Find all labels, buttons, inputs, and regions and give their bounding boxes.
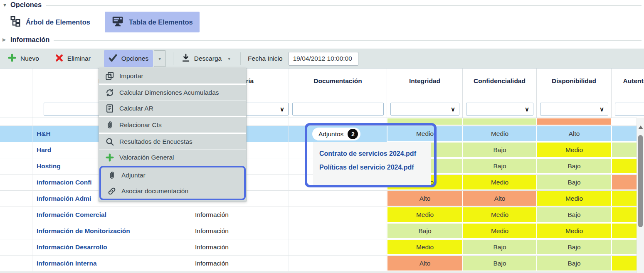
confidentiality-level-cell: Bajo bbox=[463, 142, 537, 158]
chevron-down-icon: ∨ bbox=[600, 106, 604, 112]
integrity-level-cell: Medio bbox=[387, 207, 463, 223]
availability-level-cell: Alto bbox=[537, 126, 612, 142]
row-select-cell bbox=[0, 191, 32, 207]
attachments-count-badge: 2 bbox=[348, 129, 358, 139]
section-rule bbox=[46, 5, 642, 6]
check-icon bbox=[108, 53, 118, 64]
menu-item-importar[interactable]: Importar bbox=[99, 68, 246, 84]
chevron-down-icon: ∨ bbox=[451, 106, 455, 112]
collapse-down-icon[interactable]: ▼ bbox=[2, 2, 9, 7]
element-name-link[interactable]: Información de Monitorización bbox=[32, 223, 189, 239]
delete-button[interactable]: Eliminar bbox=[51, 50, 95, 67]
link-icon bbox=[106, 187, 117, 196]
filter-confidentiality-select[interactable]: ∨ bbox=[466, 103, 533, 116]
menu-item-label: Relacionar CIs bbox=[119, 121, 162, 129]
element-name-link[interactable]: Información Comercial bbox=[32, 207, 189, 223]
table-row[interactable]: Información de MonitorizaciónInformación… bbox=[0, 223, 644, 239]
table-row[interactable]: Información DesarrolloInformaciónMedioBa… bbox=[0, 239, 644, 256]
header-availability[interactable]: Disponibilidad bbox=[537, 69, 612, 100]
filter-availability-select[interactable]: ∨ bbox=[540, 103, 608, 116]
availability-level-cell: Bajo bbox=[537, 158, 612, 174]
menu-item-label: Calcular Dimensiones Acumuladas bbox=[119, 89, 219, 96]
menu-item-relacionar-cis[interactable]: Relacionar CIs bbox=[99, 117, 246, 133]
category-cell: Información bbox=[189, 239, 289, 255]
search-icon bbox=[104, 137, 115, 146]
vertical-scrollbar[interactable] bbox=[637, 118, 644, 273]
documentation-cell bbox=[289, 223, 387, 239]
plus-icon bbox=[7, 53, 17, 64]
menu-item-asociar-documentaci-n[interactable]: Asociar documentación bbox=[101, 183, 244, 199]
menu-group: Relacionar CIs bbox=[99, 117, 246, 134]
documentation-cell bbox=[289, 191, 387, 207]
filter-authenticity-input[interactable] bbox=[615, 103, 644, 116]
document-icon bbox=[104, 104, 115, 113]
tree-view-button[interactable]: Árbol de Elementos bbox=[3, 12, 97, 32]
menu-item-calcular-dimensiones-acumuladas[interactable]: Calcular Dimensiones Acumuladas bbox=[99, 85, 246, 100]
confidentiality-level-cell: Alto bbox=[463, 191, 537, 207]
table-row[interactable]: Información AdmiAltoAltoMedio bbox=[0, 191, 644, 207]
attachments-popup: Adjuntos 2 Contrato de servicios 2024.pd… bbox=[305, 123, 437, 187]
filter-documentation-input[interactable] bbox=[292, 103, 384, 116]
confidentiality-level-cell: Bajo bbox=[463, 239, 537, 255]
header-documentation[interactable]: Documentación bbox=[289, 69, 387, 100]
row-select-cell bbox=[0, 118, 32, 125]
row-select-cell bbox=[0, 175, 32, 190]
menu-item-valoraci-n-general[interactable]: Valoración General bbox=[99, 149, 246, 165]
availability-level-cell: Bajo bbox=[537, 175, 612, 190]
options-button[interactable]: Opciones bbox=[104, 50, 153, 67]
tree-icon bbox=[10, 16, 21, 28]
import-icon bbox=[104, 71, 115, 81]
filter-integrity-select[interactable]: ∨ bbox=[390, 103, 459, 116]
menu-item-resultados-de-encuestas[interactable]: Resultados de Encuestas bbox=[99, 134, 246, 149]
attachment-file-link[interactable]: Contrato de servicios 2024.pdf bbox=[319, 150, 431, 157]
integrity-level-cell: Alto bbox=[387, 191, 463, 207]
menu-item-adjuntar[interactable]: Adjuntar bbox=[101, 167, 244, 183]
informacion-section-header: ▶ Información bbox=[2, 36, 642, 44]
menu-item-calcular-ar[interactable]: Calcular AR bbox=[99, 100, 246, 116]
download-button[interactable]: Descarga ▼ bbox=[177, 50, 235, 67]
element-name-link[interactable]: Información Interna bbox=[32, 256, 189, 271]
row-select-cell bbox=[0, 126, 32, 142]
download-button-label: Descarga bbox=[194, 55, 222, 62]
element-name-link[interactable]: Información Desarrollo bbox=[32, 239, 189, 255]
availability-level-cell: Bajo bbox=[537, 256, 612, 271]
start-date-input[interactable] bbox=[289, 52, 358, 66]
confidentiality-level-cell: Bajo bbox=[463, 256, 537, 271]
delete-button-label: Eliminar bbox=[67, 55, 91, 62]
header-integrity[interactable]: Integridad bbox=[387, 69, 463, 100]
attachments-title: Adjuntos bbox=[318, 130, 343, 138]
table-view-label: Tabla de Elementos bbox=[129, 18, 193, 26]
new-button[interactable]: Nuevo bbox=[3, 50, 43, 67]
section-rule bbox=[54, 40, 642, 41]
availability-level-cell: Bajo bbox=[537, 207, 612, 223]
table-row[interactable]: Información InternaInformaciónAltoBajoBa… bbox=[0, 256, 644, 272]
menu-group: Resultados de EncuestasValoración Genera… bbox=[99, 134, 246, 165]
availability-level-cell: Medio bbox=[537, 223, 612, 239]
integrity-level-cell: Medio bbox=[387, 239, 463, 255]
chevron-down-icon: ▼ bbox=[227, 57, 231, 61]
options-menu: ImportarCalcular Dimensiones AcumuladasC… bbox=[99, 68, 247, 202]
collapse-right-icon[interactable]: ▶ bbox=[2, 37, 9, 42]
scroll-up-arrow-icon[interactable] bbox=[638, 125, 643, 129]
chevron-down-icon: ∨ bbox=[280, 106, 284, 112]
options-dropdown-arrow[interactable]: ▼ bbox=[154, 50, 166, 67]
documentation-cell bbox=[289, 256, 387, 271]
scrollbar-thumb[interactable] bbox=[638, 135, 643, 227]
header-confidentiality[interactable]: Confidencialidad bbox=[463, 69, 537, 100]
attachment-file-link[interactable]: Políticas del servicio 2024.pdf bbox=[319, 164, 431, 171]
header-select-column bbox=[0, 69, 32, 100]
confidentiality-level-cell: Medio bbox=[463, 223, 537, 239]
row-select-cell bbox=[0, 223, 32, 239]
header-authenticity[interactable]: Autenticidad bbox=[612, 69, 644, 100]
table-filter-row: ∨ ∨ ∨ ∨ bbox=[0, 100, 644, 118]
availability-level-cell: Medio bbox=[537, 142, 612, 158]
row-select-cell bbox=[0, 142, 32, 158]
menu-group: Calcular Dimensiones AcumuladasCalcular … bbox=[99, 85, 246, 117]
table-header-row: Elemento Categoría Documentación Integri… bbox=[0, 69, 644, 100]
table-view-button[interactable]: Tabla de Elementos bbox=[105, 12, 200, 32]
paperclip-icon bbox=[106, 171, 117, 180]
table-row[interactable]: Información ComercialInformaciónMedioMed… bbox=[0, 207, 644, 223]
menu-item-label: Calcular AR bbox=[119, 105, 153, 112]
toolbar-separator bbox=[240, 52, 241, 65]
start-date-label: Fecha Inicio bbox=[248, 55, 283, 62]
